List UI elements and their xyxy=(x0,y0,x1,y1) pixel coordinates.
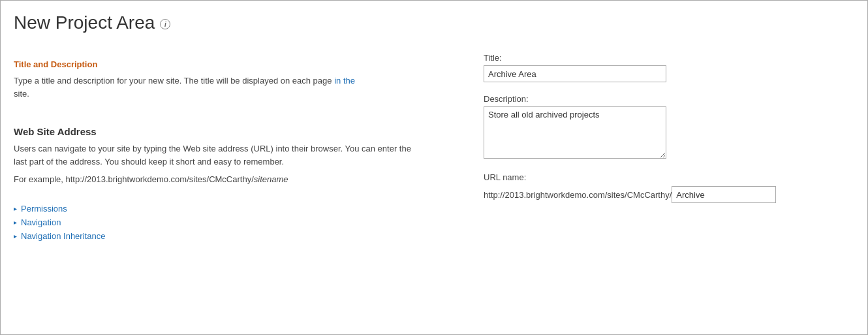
info-icon[interactable]: i xyxy=(160,19,170,29)
navigation-inheritance-chevron-icon: ▸ xyxy=(14,232,17,240)
title-description-text: Type a title and description for your ne… xyxy=(14,74,412,100)
url-prefix-text: http://2013.brightworkdemo.com/sites/CMc… xyxy=(484,190,672,200)
example-text-prefix: For example, http://2013.brightworkdemo.… xyxy=(14,174,254,184)
left-panel: Title and Description Type a title and d… xyxy=(1,46,431,258)
description-text-part2: site. xyxy=(14,89,29,99)
navigation-link[interactable]: ▸ Navigation xyxy=(14,217,412,227)
permissions-link-label: Permissions xyxy=(21,204,67,214)
page-header: New Project Area i xyxy=(1,1,867,40)
url-input[interactable] xyxy=(672,186,776,203)
url-row: http://2013.brightworkdemo.com/sites/CMc… xyxy=(484,186,854,203)
navigation-inheritance-link[interactable]: ▸ Navigation Inheritance xyxy=(14,231,412,241)
title-form-group: Title: xyxy=(484,53,854,82)
permissions-link[interactable]: ▸ Permissions xyxy=(14,204,412,214)
page-wrapper: New Project Area i Title and Description… xyxy=(0,0,868,335)
web-address-description: Users can navigate to your site by typin… xyxy=(14,142,412,168)
description-text-part1: Type a title and description for your ne… xyxy=(14,76,334,86)
navigation-inheritance-link-label: Navigation Inheritance xyxy=(21,231,105,241)
url-form-group: URL name: http://2013.brightworkdemo.com… xyxy=(484,172,854,203)
title-description-section: Title and Description Type a title and d… xyxy=(14,59,412,100)
navigation-chevron-icon: ▸ xyxy=(14,219,17,226)
page-title: New Project Area i xyxy=(14,12,854,33)
description-link[interactable]: in the xyxy=(334,76,355,86)
right-panel: Title: Description: Store all old archiv… xyxy=(431,46,867,258)
title-input[interactable] xyxy=(484,65,666,82)
url-label: URL name: xyxy=(484,172,854,182)
description-textarea[interactable]: Store all old archived projects xyxy=(484,106,666,159)
web-address-heading: Web Site Address xyxy=(14,126,412,137)
title-description-heading: Title and Description xyxy=(14,59,412,69)
content-area: Title and Description Type a title and d… xyxy=(1,40,867,271)
title-label: Title: xyxy=(484,53,854,63)
permissions-chevron-icon: ▸ xyxy=(14,205,17,212)
web-address-section: Web Site Address Users can navigate to y… xyxy=(14,126,412,184)
example-text: For example, http://2013.brightworkdemo.… xyxy=(14,174,412,184)
navigation-link-label: Navigation xyxy=(21,217,61,227)
description-label: Description: xyxy=(484,94,854,104)
page-title-text: New Project Area xyxy=(14,12,155,33)
example-italic: sitename xyxy=(254,174,288,184)
description-form-group: Description: Store all old archived proj… xyxy=(484,94,854,161)
expandable-links: ▸ Permissions ▸ Navigation ▸ Navigation … xyxy=(14,204,412,241)
